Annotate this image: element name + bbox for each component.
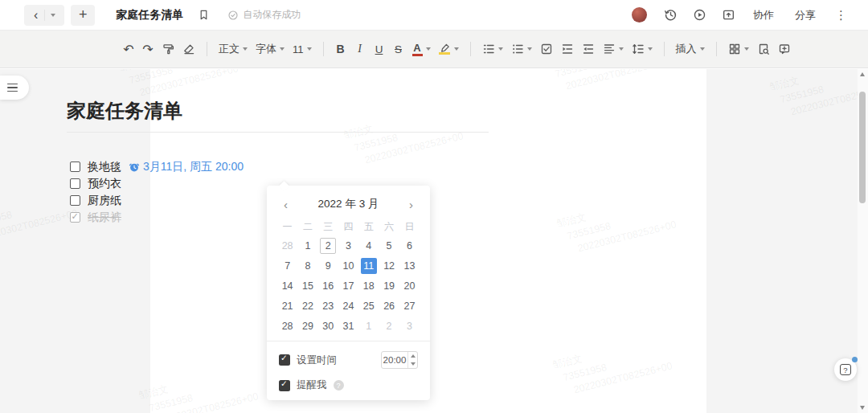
document-title-topbar: 家庭任务清单 bbox=[116, 8, 183, 22]
scrollbar-thumb[interactable] bbox=[859, 92, 866, 203]
indent-decrease-button[interactable] bbox=[578, 39, 599, 59]
indent-increase-button[interactable] bbox=[557, 39, 578, 59]
task-item: 纸尿裤 bbox=[70, 209, 244, 226]
task-due-date[interactable]: 3月11日, 周五 20:00 bbox=[129, 160, 244, 174]
new-document-button[interactable]: + bbox=[71, 5, 95, 26]
set-time-checkbox[interactable] bbox=[279, 354, 290, 366]
highlight-color-button[interactable] bbox=[435, 39, 463, 59]
calendar-day[interactable]: 20 bbox=[399, 276, 420, 296]
play-button[interactable] bbox=[687, 5, 711, 26]
bold-button[interactable]: B bbox=[331, 39, 350, 59]
line-spacing-button[interactable] bbox=[628, 39, 657, 59]
calendar-day[interactable]: 10 bbox=[338, 256, 358, 276]
calendar-day[interactable]: 8 bbox=[297, 256, 317, 276]
font-size-select[interactable]: 11 bbox=[289, 39, 316, 59]
chevron-down-icon bbox=[619, 47, 624, 51]
next-month-button[interactable]: › bbox=[407, 198, 415, 211]
time-value[interactable]: 20:00 bbox=[382, 352, 407, 368]
paragraph-style-select[interactable]: 正文 bbox=[215, 39, 252, 59]
calendar-day[interactable]: 9 bbox=[318, 256, 338, 276]
layout-grid-button[interactable] bbox=[724, 39, 753, 59]
page-title[interactable]: 家庭任务清单 bbox=[67, 98, 182, 124]
strikethrough-button[interactable]: S bbox=[389, 39, 408, 59]
calendar-day[interactable]: 2 bbox=[379, 316, 399, 336]
bookmark-icon[interactable] bbox=[198, 9, 210, 21]
remind-help-icon[interactable]: ? bbox=[334, 380, 344, 391]
align-button[interactable] bbox=[599, 39, 628, 59]
calendar-day[interactable]: 18 bbox=[358, 276, 379, 296]
calendar-day[interactable]: 3 bbox=[399, 316, 420, 336]
calendar-day[interactable]: 24 bbox=[338, 296, 358, 316]
calendar-day[interactable]: 29 bbox=[297, 316, 317, 336]
redo-button[interactable]: ↷ bbox=[138, 39, 158, 59]
numbered-list-button[interactable] bbox=[478, 39, 507, 59]
prev-month-button[interactable]: ‹ bbox=[282, 198, 289, 211]
history-button[interactable] bbox=[658, 5, 682, 26]
task-label: 纸尿裤 bbox=[88, 211, 121, 225]
time-input[interactable]: 20:00 bbox=[381, 351, 418, 369]
remind-checkbox[interactable] bbox=[279, 380, 290, 391]
calendar-day[interactable]: 11 bbox=[358, 256, 379, 276]
outline-menu-button[interactable] bbox=[0, 76, 29, 100]
scroll-up-icon[interactable] bbox=[860, 72, 865, 76]
calendar-day[interactable]: 1 bbox=[297, 235, 317, 256]
calendar-month-title: 2022 年 3 月 bbox=[318, 197, 379, 211]
font-color-button[interactable]: A bbox=[408, 39, 435, 59]
calendar-day[interactable]: 12 bbox=[379, 256, 399, 276]
help-button[interactable]: ? bbox=[834, 358, 857, 381]
time-step-down[interactable] bbox=[408, 360, 417, 368]
time-step-up[interactable] bbox=[408, 352, 417, 360]
italic-button[interactable]: I bbox=[350, 39, 370, 59]
calendar-day[interactable]: 30 bbox=[318, 316, 338, 336]
calendar-day[interactable]: 6 bbox=[399, 235, 420, 256]
calendar-day[interactable]: 3 bbox=[338, 235, 358, 256]
share-button[interactable]: 分享 bbox=[787, 5, 824, 26]
calendar-day[interactable]: 4 bbox=[358, 235, 379, 256]
clear-format-button[interactable] bbox=[178, 39, 199, 59]
back-button[interactable]: ‹ bbox=[27, 8, 44, 22]
calendar-day[interactable]: 14 bbox=[277, 276, 297, 296]
checklist-button[interactable] bbox=[536, 39, 557, 59]
format-painter-button[interactable] bbox=[158, 39, 178, 59]
more-menu-button[interactable]: ⋮ bbox=[829, 5, 854, 26]
underline-button[interactable]: U bbox=[370, 39, 389, 59]
comment-button[interactable] bbox=[774, 39, 795, 59]
calendar-day[interactable]: 16 bbox=[318, 276, 338, 296]
chevron-down-icon bbox=[744, 47, 749, 51]
calendar-day[interactable]: 1 bbox=[358, 316, 379, 336]
calendar-day[interactable]: 28 bbox=[277, 235, 297, 256]
calendar-day[interactable]: 26 bbox=[379, 296, 399, 316]
calendar-day[interactable]: 31 bbox=[338, 316, 358, 336]
calendar-day[interactable]: 21 bbox=[277, 296, 297, 316]
back-button-group: ‹ bbox=[24, 5, 64, 26]
calendar-day[interactable]: 28 bbox=[277, 316, 297, 336]
calendar-day[interactable]: 5 bbox=[379, 235, 399, 256]
bullet-list-button[interactable] bbox=[507, 39, 536, 59]
task-checkbox[interactable] bbox=[70, 178, 80, 189]
task-item: 厨房纸 bbox=[70, 192, 244, 209]
calendar-day[interactable]: 13 bbox=[399, 256, 420, 276]
font-color-swatch bbox=[412, 54, 423, 56]
user-avatar[interactable] bbox=[632, 7, 647, 22]
calendar-day[interactable]: 22 bbox=[297, 296, 317, 316]
calendar-day[interactable]: 27 bbox=[399, 296, 420, 316]
calendar-day[interactable]: 2 bbox=[318, 235, 338, 256]
calendar-day[interactable]: 17 bbox=[338, 276, 358, 296]
task-checkbox[interactable] bbox=[70, 195, 80, 206]
calendar-day[interactable]: 7 bbox=[277, 256, 297, 276]
find-replace-button[interactable] bbox=[753, 39, 774, 59]
collaborate-button[interactable]: 协作 bbox=[745, 5, 782, 26]
insert-button[interactable]: 插入 bbox=[672, 39, 709, 59]
back-dropdown[interactable] bbox=[44, 10, 61, 21]
task-checkbox[interactable] bbox=[70, 212, 80, 223]
calendar-day[interactable]: 15 bbox=[297, 276, 317, 296]
present-button[interactable] bbox=[716, 5, 740, 26]
task-checkbox[interactable] bbox=[70, 162, 80, 172]
calendar-day[interactable]: 19 bbox=[379, 276, 399, 296]
font-family-select[interactable]: 字体 bbox=[252, 39, 289, 59]
scroll-down-icon[interactable] bbox=[860, 406, 865, 410]
calendar-day[interactable]: 25 bbox=[358, 296, 379, 316]
format-toolbar: ↶ ↷ 正文 字体 11 B I U S A bbox=[0, 31, 868, 68]
calendar-day[interactable]: 23 bbox=[318, 296, 338, 316]
undo-button[interactable]: ↶ bbox=[119, 39, 138, 59]
